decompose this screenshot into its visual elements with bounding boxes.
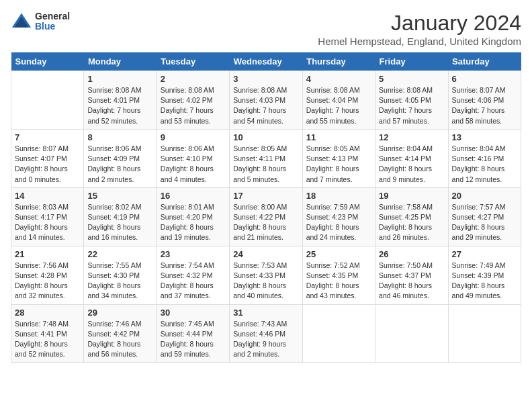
day-number: 7 — [15, 132, 80, 142]
day-number: 24 — [233, 249, 298, 259]
col-tuesday: Tuesday — [157, 52, 229, 71]
location: Hemel Hempstead, England, United Kingdom — [318, 36, 521, 47]
day-number: 30 — [161, 308, 226, 318]
day-detail: Sunrise: 7:54 AM Sunset: 4:32 PM Dayligh… — [161, 261, 226, 302]
day-number: 22 — [87, 249, 152, 259]
day-detail: Sunrise: 7:50 AM Sunset: 4:37 PM Dayligh… — [379, 261, 444, 302]
week-row-3: 14Sunrise: 8:03 AM Sunset: 4:17 PM Dayli… — [11, 187, 521, 246]
day-number: 9 — [161, 132, 226, 142]
day-detail: Sunrise: 7:46 AM Sunset: 4:42 PM Dayligh… — [87, 319, 152, 360]
day-detail: Sunrise: 7:55 AM Sunset: 4:30 PM Dayligh… — [87, 261, 152, 302]
day-cell: 26Sunrise: 7:50 AM Sunset: 4:37 PM Dayli… — [375, 246, 448, 304]
day-cell: 10Sunrise: 8:05 AM Sunset: 4:11 PM Dayli… — [230, 129, 302, 187]
calendar-body: 1Sunrise: 8:08 AM Sunset: 4:01 PM Daylig… — [11, 71, 521, 363]
week-row-1: 1Sunrise: 8:08 AM Sunset: 4:01 PM Daylig… — [11, 71, 521, 130]
day-cell: 25Sunrise: 7:52 AM Sunset: 4:35 PM Dayli… — [302, 246, 375, 304]
day-number: 20 — [452, 191, 517, 201]
day-cell: 1Sunrise: 8:08 AM Sunset: 4:01 PM Daylig… — [84, 71, 157, 130]
day-number: 27 — [452, 249, 517, 259]
day-cell: 4Sunrise: 8:08 AM Sunset: 4:04 PM Daylig… — [302, 71, 375, 130]
day-number: 11 — [306, 132, 371, 142]
day-cell: 3Sunrise: 8:08 AM Sunset: 4:03 PM Daylig… — [230, 71, 302, 130]
day-number: 29 — [87, 308, 152, 318]
day-detail: Sunrise: 8:08 AM Sunset: 4:04 PM Dayligh… — [306, 85, 371, 126]
day-cell: 7Sunrise: 8:07 AM Sunset: 4:07 PM Daylig… — [11, 129, 84, 187]
day-cell: 30Sunrise: 7:45 AM Sunset: 4:44 PM Dayli… — [157, 304, 229, 363]
day-number: 2 — [161, 74, 226, 84]
day-detail: Sunrise: 8:06 AM Sunset: 4:09 PM Dayligh… — [87, 144, 152, 185]
day-cell: 6Sunrise: 8:07 AM Sunset: 4:06 PM Daylig… — [448, 71, 521, 130]
logo-general: General — [35, 11, 70, 21]
calendar-header: Sunday Monday Tuesday Wednesday Thursday… — [11, 52, 521, 71]
col-friday: Friday — [375, 52, 448, 71]
day-number: 19 — [379, 191, 444, 201]
day-number: 4 — [306, 74, 371, 84]
col-sunday: Sunday — [11, 52, 84, 71]
day-number: 23 — [161, 249, 226, 259]
day-detail: Sunrise: 8:06 AM Sunset: 4:10 PM Dayligh… — [161, 144, 226, 185]
day-cell: 15Sunrise: 8:02 AM Sunset: 4:19 PM Dayli… — [84, 187, 157, 246]
day-cell: 5Sunrise: 8:08 AM Sunset: 4:05 PM Daylig… — [375, 71, 448, 130]
day-number: 15 — [87, 191, 152, 201]
col-thursday: Thursday — [302, 52, 375, 71]
day-cell: 12Sunrise: 8:04 AM Sunset: 4:14 PM Dayli… — [375, 129, 448, 187]
calendar-table: Sunday Monday Tuesday Wednesday Thursday… — [11, 52, 521, 363]
day-number: 14 — [15, 191, 80, 201]
week-row-2: 7Sunrise: 8:07 AM Sunset: 4:07 PM Daylig… — [11, 129, 521, 187]
day-cell: 20Sunrise: 7:57 AM Sunset: 4:27 PM Dayli… — [448, 187, 521, 246]
week-row-5: 28Sunrise: 7:48 AM Sunset: 4:41 PM Dayli… — [11, 304, 521, 363]
day-detail: Sunrise: 8:07 AM Sunset: 4:07 PM Dayligh… — [15, 144, 80, 185]
day-detail: Sunrise: 7:58 AM Sunset: 4:25 PM Dayligh… — [379, 202, 444, 243]
day-number: 5 — [379, 74, 444, 84]
header-row: Sunday Monday Tuesday Wednesday Thursday… — [11, 52, 521, 71]
day-cell: 24Sunrise: 7:53 AM Sunset: 4:33 PM Dayli… — [230, 246, 302, 304]
day-cell: 2Sunrise: 8:08 AM Sunset: 4:02 PM Daylig… — [157, 71, 229, 130]
day-detail: Sunrise: 8:00 AM Sunset: 4:22 PM Dayligh… — [233, 202, 298, 243]
day-detail: Sunrise: 7:45 AM Sunset: 4:44 PM Dayligh… — [161, 319, 226, 360]
day-detail: Sunrise: 7:56 AM Sunset: 4:28 PM Dayligh… — [15, 261, 80, 302]
day-number: 18 — [306, 191, 371, 201]
day-detail: Sunrise: 8:01 AM Sunset: 4:20 PM Dayligh… — [161, 202, 226, 243]
day-number: 21 — [15, 249, 80, 259]
day-number: 25 — [306, 249, 371, 259]
month-title: January 2024 — [318, 11, 521, 36]
day-detail: Sunrise: 8:04 AM Sunset: 4:16 PM Dayligh… — [452, 144, 517, 185]
day-cell: 8Sunrise: 8:06 AM Sunset: 4:09 PM Daylig… — [84, 129, 157, 187]
logo-text: General Blue — [35, 11, 70, 32]
day-cell — [375, 304, 448, 363]
day-number: 3 — [233, 74, 298, 84]
logo-blue: Blue — [35, 21, 70, 32]
day-cell: 27Sunrise: 7:49 AM Sunset: 4:39 PM Dayli… — [448, 246, 521, 304]
day-detail: Sunrise: 8:03 AM Sunset: 4:17 PM Dayligh… — [15, 202, 80, 243]
day-cell: 23Sunrise: 7:54 AM Sunset: 4:32 PM Dayli… — [157, 246, 229, 304]
col-monday: Monday — [84, 52, 157, 71]
day-detail: Sunrise: 8:08 AM Sunset: 4:02 PM Dayligh… — [161, 85, 226, 126]
day-detail: Sunrise: 8:07 AM Sunset: 4:06 PM Dayligh… — [452, 85, 517, 126]
day-cell: 19Sunrise: 7:58 AM Sunset: 4:25 PM Dayli… — [375, 187, 448, 246]
day-detail: Sunrise: 8:02 AM Sunset: 4:19 PM Dayligh… — [87, 202, 152, 243]
day-detail: Sunrise: 7:48 AM Sunset: 4:41 PM Dayligh… — [15, 319, 80, 360]
day-cell: 28Sunrise: 7:48 AM Sunset: 4:41 PM Dayli… — [11, 304, 84, 363]
title-block: January 2024 Hemel Hempstead, England, U… — [318, 11, 521, 47]
day-cell: 21Sunrise: 7:56 AM Sunset: 4:28 PM Dayli… — [11, 246, 84, 304]
day-cell: 31Sunrise: 7:43 AM Sunset: 4:46 PM Dayli… — [230, 304, 302, 363]
day-detail: Sunrise: 7:43 AM Sunset: 4:46 PM Dayligh… — [233, 319, 298, 360]
day-detail: Sunrise: 7:57 AM Sunset: 4:27 PM Dayligh… — [452, 202, 517, 243]
week-row-4: 21Sunrise: 7:56 AM Sunset: 4:28 PM Dayli… — [11, 246, 521, 304]
day-detail: Sunrise: 7:49 AM Sunset: 4:39 PM Dayligh… — [452, 261, 517, 302]
day-number: 1 — [87, 74, 152, 84]
day-number: 16 — [161, 191, 226, 201]
day-cell: 16Sunrise: 8:01 AM Sunset: 4:20 PM Dayli… — [157, 187, 229, 246]
day-number: 31 — [233, 308, 298, 318]
col-saturday: Saturday — [448, 52, 521, 71]
day-number: 12 — [379, 132, 444, 142]
day-number: 26 — [379, 249, 444, 259]
day-detail: Sunrise: 7:53 AM Sunset: 4:33 PM Dayligh… — [233, 261, 298, 302]
day-detail: Sunrise: 8:08 AM Sunset: 4:03 PM Dayligh… — [233, 85, 298, 126]
day-number: 6 — [452, 74, 517, 84]
logo: General Blue — [11, 11, 70, 32]
day-detail: Sunrise: 7:52 AM Sunset: 4:35 PM Dayligh… — [306, 261, 371, 302]
day-detail: Sunrise: 7:59 AM Sunset: 4:23 PM Dayligh… — [306, 202, 371, 243]
day-cell — [302, 304, 375, 363]
day-cell: 29Sunrise: 7:46 AM Sunset: 4:42 PM Dayli… — [84, 304, 157, 363]
